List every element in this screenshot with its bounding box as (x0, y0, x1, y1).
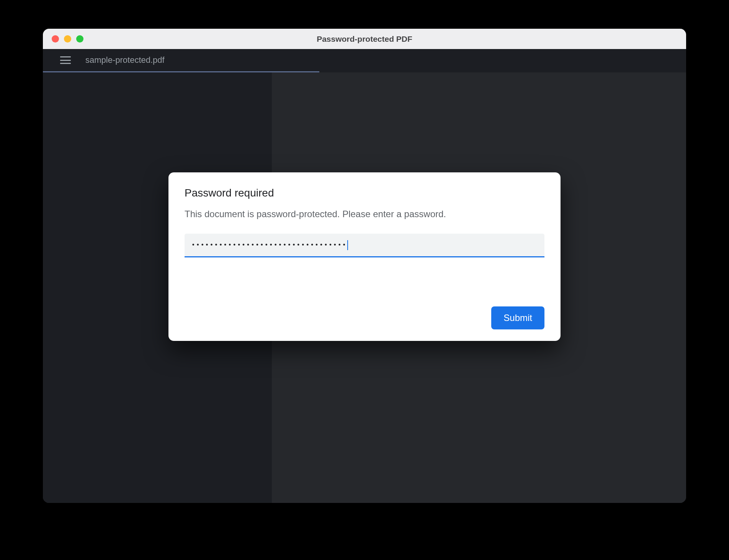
dialog-actions: Submit (185, 306, 544, 329)
dialog-overlay: Password required This document is passw… (43, 29, 686, 503)
password-value: •••••••••••••••••••••••••••••••••• (191, 241, 347, 249)
dialog-message: This document is password-protected. Ple… (185, 209, 544, 219)
password-input[interactable]: •••••••••••••••••••••••••••••••••• (185, 234, 544, 257)
text-cursor (347, 240, 348, 250)
dialog-title: Password required (185, 187, 544, 199)
content-area: Password required This document is passw… (43, 72, 686, 503)
app-window: Password-protected PDF sample-protected.… (43, 29, 686, 503)
submit-button[interactable]: Submit (491, 306, 544, 329)
password-dialog: Password required This document is passw… (168, 172, 561, 341)
